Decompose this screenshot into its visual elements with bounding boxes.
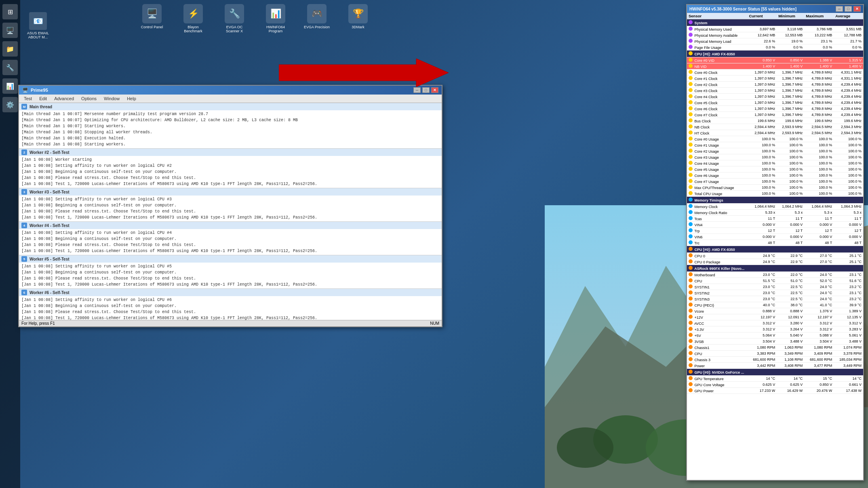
desktop-icon-asus-email[interactable]: 📧 ASUS EMAIL ABOUT M... [24,12,52,39]
sensor-name-1-9: Core #7 Clock [687,112,747,118]
sensor-row-1-9: Core #7 Clock1,397.0 MHz1,396.7 MHz4,789… [687,112,863,118]
worker-icon-2: 4 [21,223,27,228]
section-header-3: CPU [#0]: AMD FX-8350 [687,246,863,253]
sensor-current-1-10: 199.6 MHz [747,118,777,124]
close-button[interactable]: ✕ [431,87,438,93]
sensor-min-1-6: 1,396.7 MHz [777,94,804,100]
sensor-current-1-8: 1,397.0 MHz [747,106,777,112]
taskbar-item-1[interactable]: 🖥️ [2,23,18,38]
section-header-4: ASRock 990FX Killer (Nuvo... [687,265,863,272]
sensor-max-4-14: 681,600 RPM [804,357,834,363]
sensor-name-4-2: SYSTIN1 [687,284,747,290]
maximize-button[interactable]: □ [422,87,430,93]
taskbar-item-start[interactable]: ⊞ [2,4,18,19]
desktop-icon-control-panel[interactable]: 🖥️ Control Panel [137,4,166,33]
sensor-min-2-5: 0.000 V [777,234,804,240]
sensor-row-1-1: NB VID1.400 V1.400 V1.400 V1.400 V [687,63,863,69]
log-line: [Main thread Jan 1 00:08] Starting worke… [21,141,439,147]
sensor-max-4-15: 3,477 RPM [804,363,834,369]
section-icon-5 [689,370,693,374]
sensor-row-4-11: 3VSB3.504 V3.488 V3.504 V3.488 V [687,339,863,345]
prime95-title-icon: 🖥️ [22,87,28,93]
section-header-2: Memory Timings [687,197,863,204]
desktop-icon-3dmark[interactable]: 🏆 3DMark [343,4,373,33]
sensor-current-1-13: 100.0 % [747,136,777,142]
sensor-min-1-19: 100.0 % [777,172,804,179]
sensor-max-5-1: 0.850 V [804,382,834,388]
sensor-avg-1-1: 1.400 V [834,63,863,69]
menu-advanced[interactable]: Advanced [51,95,77,102]
sensor-min-4-15: 3,408 RPM [777,363,804,369]
sensor-avg-4-13: 3,378 RPM [834,351,863,357]
hwinfo-window: HWiNFO64 v5.38-3000 Sensor Status [55 va… [686,4,864,481]
menu-window[interactable]: Window [101,95,123,102]
sensor-min-3-1: 22.9 °C [777,259,804,265]
sensor-max-1-13: 100.0 % [804,136,834,142]
sensor-icon-4-1 [689,278,693,282]
log-line: [Jan 1 00:08] Setting affinity to run wo… [21,297,439,303]
taskbar-item-3[interactable]: 🔧 [2,60,18,75]
menu-help[interactable]: Help [124,95,139,102]
sensor-icon-1-16 [689,155,693,159]
hwinfo-minimize[interactable]: ─ [836,6,843,12]
sensor-avg-0-1: 12,788 MB [834,32,863,38]
taskbar-item-4[interactable]: 📊 [2,78,18,94]
sensor-avg-4-0: 23.1 °C [834,272,863,278]
sensor-icon-4-10 [689,333,693,337]
sensor-avg-4-9: 3.283 V [834,326,863,332]
sensor-row-1-15: Core #2 Usage100.0 %100.0 %100.0 %100.0 … [687,148,863,154]
desktop-icon-blaycon[interactable]: ⚡ Blayon Benchmark [179,4,208,33]
worker-log-4: [Jan 1 00:08] Setting affinity to run wo… [19,296,442,320]
sensor-icon-1-18 [689,167,693,171]
minimize-button[interactable]: ─ [413,87,421,93]
sensor-max-1-9: 4,789.8 MHz [804,112,834,118]
sensor-row-1-6: Core #4 Clock1,397.0 MHz1,396.7 MHz4,789… [687,94,863,100]
sensor-avg-4-1: 51.6 °C [834,278,863,284]
sensor-avg-1-12: 2,594.3 MHz [834,130,863,136]
worker-section-3: 5Worker #5 - Self-Test[Jan 1 00:08] Sett… [19,255,442,289]
sensor-current-4-13: 3,383 RPM [747,351,777,357]
sensor-current-2-1: 5.33 x [747,210,777,216]
sensor-avg-0-0: 3,551 MB [834,26,863,32]
worker-header-4: 6Worker #6 - Self-Test [19,289,442,296]
sensor-avg-1-11: 2,594.3 MHz [834,124,863,130]
menu-options[interactable]: Options [78,95,100,102]
desktop-icon-hwinfo[interactable]: 📊 HWiNFO64 Program [261,4,290,33]
log-line: [Jan 1 00:08] Setting affinity to run wo… [21,230,439,236]
sensor-row-1-14: Core #1 Usage100.0 %100.0 %100.0 %100.0 … [687,142,863,148]
sensor-row-1-16: Core #3 Usage100.0 %100.0 %100.0 %100.0 … [687,154,863,160]
sensor-icon-4-7 [689,315,693,319]
status-num-lock: NUM [430,321,439,326]
section-header-1: CPU [#0]: AMD FX-8350 [687,50,863,57]
hwinfo-maximize[interactable]: □ [845,6,852,12]
sensor-icon-2-3 [689,222,693,226]
desktop-icon-evga-precision[interactable]: 🎮 EVGA Precision [302,4,331,33]
taskbar-item-2[interactable]: 📁 [2,41,18,57]
taskbar-item-5[interactable]: ⚙️ [2,97,18,112]
desktop-icon-evga-oc[interactable]: 🔧 EVGA OC Scanner X [220,4,249,33]
menu-test[interactable]: Test [21,95,35,102]
worker-log-2: [Jan 1 00:08] Setting affinity to run wo… [19,229,442,255]
hwinfo-desktop-label: HWiNFO64 Program [266,25,285,33]
sensor-name-2-2: Tcas [687,216,747,222]
sensor-icon-4-2 [689,284,693,288]
worker-header-1: 3Worker #3 - Self-Test [19,188,442,196]
sensor-current-1-14: 100.0 % [747,142,777,148]
hwinfo-close[interactable]: ✕ [853,6,861,12]
sensor-min-0-1: 12,553 MB [777,32,804,38]
section-header-0: System [687,19,863,26]
sensor-row-1-17: Core #4 Usage100.0 %100.0 %100.0 %100.0 … [687,160,863,166]
sensor-name-4-15: Power [687,363,747,369]
sensor-icon-4-13 [689,351,693,355]
sensor-max-1-19: 100.0 % [804,172,834,179]
sensor-icon-1-2 [689,70,693,74]
sensor-row-1-4: Core #2 Clock1,397.0 MHz1,396.7 MHz4,789… [687,82,863,88]
sensor-name-1-5: Core #3 Clock [687,88,747,94]
sensor-max-2-0: 1,064.4 MHz [804,204,834,210]
menu-edit[interactable]: Edit [36,95,50,102]
sensor-name-1-17: Core #4 Usage [687,160,747,166]
sensor-current-1-19: 100.0 % [747,172,777,179]
sensor-avg-4-10: 5.061 V [834,332,863,339]
asus-email-icon: 📧 [29,12,47,30]
sensor-current-1-15: 100.0 % [747,148,777,154]
